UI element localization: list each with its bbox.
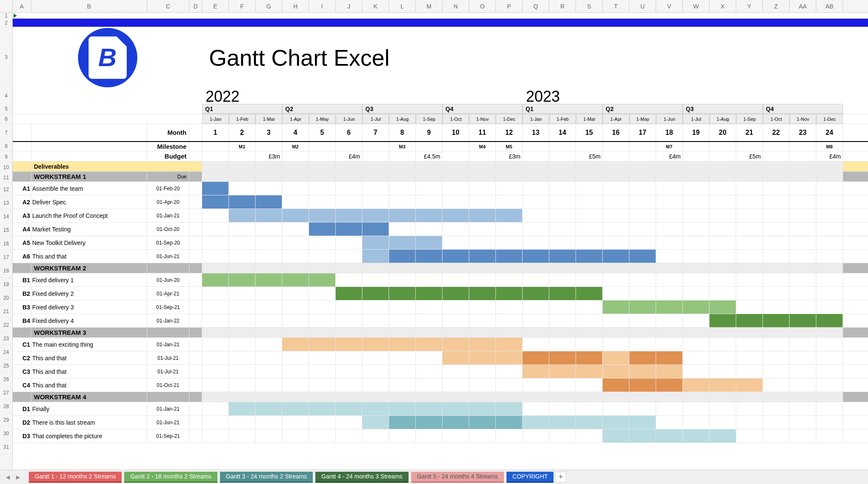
col-header-I[interactable]: I: [309, 0, 336, 12]
col-header-T[interactable]: T: [603, 0, 629, 12]
gantt-cell: [629, 351, 656, 364]
col-header-N[interactable]: N: [442, 0, 469, 12]
gantt-cell: [603, 223, 629, 236]
gantt-cell: [523, 287, 549, 300]
row-header-26[interactable]: 26: [0, 373, 12, 386]
row-header-16[interactable]: 16: [0, 237, 12, 250]
row-header-15[interactable]: 15: [0, 223, 12, 237]
gantt-cell: [202, 223, 229, 236]
task-name: There is this last stream: [31, 416, 147, 429]
year-row: 2022 2023: [13, 88, 868, 104]
col-header-D[interactable]: D: [189, 0, 202, 12]
tab-prev-icon[interactable]: ◀: [3, 473, 12, 481]
sheet-tab-5[interactable]: Gantt 5 - 24 months 4 Streams: [411, 472, 504, 483]
sheet-tab-3[interactable]: Gantt 3 - 24 months 2 Streams: [220, 472, 313, 483]
task-due: 01-Sep-21: [147, 300, 189, 314]
row-header-8[interactable]: 8: [0, 141, 12, 151]
gantt-cell: [256, 378, 282, 392]
sheet-tab-1[interactable]: Gantt 1 - 12 months 2 Streams: [29, 472, 122, 483]
budget-cell-6: £4m: [336, 151, 362, 161]
row-header-12[interactable]: 12: [0, 183, 12, 196]
gantt-cell: [549, 223, 576, 236]
col-header-V[interactable]: V: [656, 0, 683, 12]
col-header-W[interactable]: W: [683, 0, 709, 12]
gantt-cell: [229, 378, 256, 392]
milestone-cell-9: [416, 142, 442, 151]
gantt-cell: [709, 416, 736, 429]
row-header-19[interactable]: 19: [0, 278, 12, 291]
row-header-3[interactable]: 3: [0, 27, 12, 88]
row-header-5[interactable]: 5: [0, 104, 12, 114]
row-header-28[interactable]: 28: [0, 400, 12, 413]
col-header-C[interactable]: C: [147, 0, 189, 12]
task-row-A2: A2Deliver Spec.01-Apr-20: [13, 195, 868, 209]
gantt-cell: [763, 236, 790, 249]
col-header-P[interactable]: P: [496, 0, 523, 12]
budget-cell-7: [362, 151, 389, 161]
col-header-AA[interactable]: AA: [790, 0, 816, 12]
row-header-9[interactable]: 9: [0, 151, 12, 162]
row-header-6[interactable]: 6: [0, 114, 12, 124]
task-name: The main exciting thing: [31, 338, 147, 351]
gantt-cell: [389, 402, 416, 415]
col-header-X[interactable]: X: [709, 0, 736, 12]
row-header-22[interactable]: 22: [0, 318, 12, 332]
col-header-A[interactable]: A: [13, 0, 31, 12]
col-header-R[interactable]: R: [549, 0, 576, 12]
gantt-cell: [709, 365, 736, 378]
gantt-cell: [523, 338, 549, 351]
gantt-cell: [336, 402, 362, 415]
row-header-13[interactable]: 13: [0, 196, 12, 210]
row-header-1[interactable]: 1: [0, 13, 12, 19]
row-header-18[interactable]: 18: [0, 264, 12, 278]
gantt-cell: [336, 314, 362, 327]
blue-banner-row: [13, 19, 868, 27]
row-header-29[interactable]: 29: [0, 413, 12, 427]
col-header-K[interactable]: K: [362, 0, 389, 12]
col-header-AB[interactable]: AB: [816, 0, 843, 12]
sheet-tab-2[interactable]: Gantt 2 - 18 months 2 Streams: [124, 472, 217, 483]
row-header-21[interactable]: 21: [0, 305, 12, 318]
col-header-M[interactable]: M: [416, 0, 442, 12]
row-header-14[interactable]: 14: [0, 210, 12, 223]
col-header-L[interactable]: L: [389, 0, 416, 12]
col-header-G[interactable]: G: [256, 0, 282, 12]
col-header-Q[interactable]: Q: [523, 0, 549, 12]
col-header-F[interactable]: F: [229, 0, 256, 12]
sheet-tab-4[interactable]: Gantt 4 - 24 months 3 Streams: [315, 472, 408, 483]
col-header-Z[interactable]: Z: [763, 0, 790, 12]
select-all-cell[interactable]: [0, 0, 13, 12]
gantt-cell: [683, 378, 709, 392]
col-header-Y[interactable]: Y: [736, 0, 763, 12]
gantt-cell: [336, 378, 362, 392]
row-header-10[interactable]: 10: [0, 162, 12, 172]
col-header-S[interactable]: S: [576, 0, 603, 12]
col-header-U[interactable]: U: [629, 0, 656, 12]
gantt-cell: [816, 273, 843, 287]
row-header-27[interactable]: 27: [0, 386, 12, 400]
row-header-30[interactable]: 30: [0, 427, 12, 440]
row-header-25[interactable]: 25: [0, 359, 12, 373]
row-header-20[interactable]: 20: [0, 291, 12, 305]
row-header-23[interactable]: 23: [0, 332, 12, 345]
col-header-O[interactable]: O: [469, 0, 496, 12]
task-name: Deliver Spec.: [31, 195, 147, 209]
tab-next-icon[interactable]: ▶: [14, 473, 22, 481]
sheet-grid[interactable]: B Gantt Chart Excel 2022 2023 Q1Q2Q3Q4Q1…: [13, 13, 868, 470]
col-header-H[interactable]: H: [282, 0, 309, 12]
gantt-cell: [416, 429, 442, 442]
col-header-B[interactable]: B: [31, 0, 147, 12]
add-sheet-button[interactable]: +: [555, 472, 566, 483]
col-header-E[interactable]: E: [202, 0, 229, 12]
gantt-cell: [549, 209, 576, 222]
row-header-24[interactable]: 24: [0, 345, 12, 359]
row-header-7[interactable]: 7: [0, 124, 12, 141]
col-header-J[interactable]: J: [336, 0, 362, 12]
row-header-2[interactable]: 2: [0, 19, 12, 27]
row-header-4[interactable]: 4: [0, 88, 12, 104]
row-header-11[interactable]: 11: [0, 172, 12, 183]
month-num-7: 7: [362, 124, 389, 141]
sheet-tab-6[interactable]: COPYRIGHT: [506, 472, 554, 483]
row-header-31[interactable]: 31: [0, 440, 12, 454]
row-header-17[interactable]: 17: [0, 250, 12, 264]
